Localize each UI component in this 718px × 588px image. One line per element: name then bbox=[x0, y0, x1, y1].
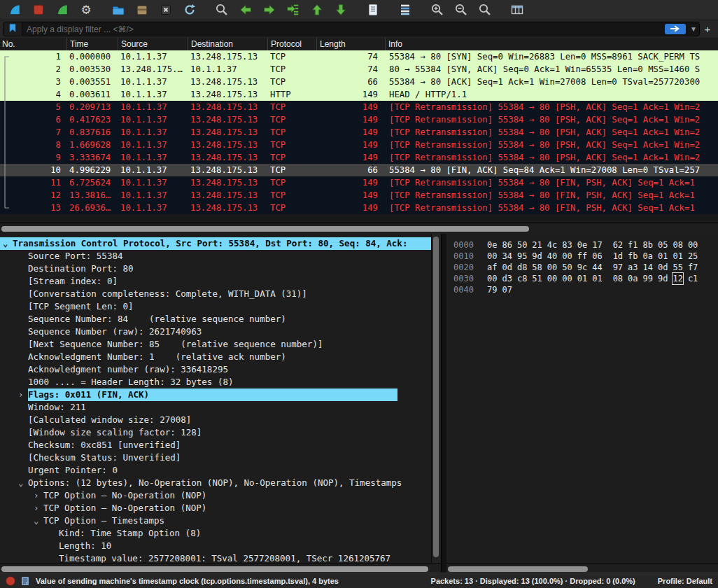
packet-row[interactable]: 81.66962810.1.1.3713.248.175.13TCP149[TC… bbox=[0, 139, 718, 151]
hex-byte[interactable]: 86 bbox=[502, 239, 512, 251]
hex-byte[interactable]: 01 bbox=[658, 251, 668, 262]
close-file-button[interactable] bbox=[154, 1, 178, 19]
packet-row[interactable]: 116.72562410.1.1.3713.248.175.13TCP149[T… bbox=[0, 176, 718, 189]
hex-byte[interactable]: 9d bbox=[658, 273, 668, 284]
hex-byte[interactable]: ff bbox=[577, 251, 587, 262]
resize-columns-button[interactable] bbox=[505, 1, 529, 19]
go-first-packet-button[interactable] bbox=[305, 1, 329, 19]
hex-byte[interactable]: 62 bbox=[613, 239, 623, 251]
hex-byte[interactable]: d8 bbox=[517, 262, 527, 273]
hex-byte[interactable]: fb bbox=[628, 251, 638, 262]
hex-byte[interactable]: 40 bbox=[547, 251, 557, 262]
hex-byte[interactable]: 14 bbox=[643, 262, 653, 273]
detail-line[interactable]: Source Port: 55384 bbox=[0, 250, 432, 262]
capture-file-properties-icon[interactable] bbox=[21, 576, 30, 586]
hex-row[interactable]: 00407907 bbox=[453, 284, 718, 295]
hex-byte[interactable]: 95 bbox=[517, 251, 527, 262]
restart-capture-button[interactable] bbox=[50, 1, 74, 19]
expander-open-icon[interactable]: ⌄ bbox=[18, 477, 28, 489]
detail-line[interactable]: [Window size scaling factor: 128] bbox=[0, 426, 432, 439]
column-header-protocol[interactable]: Protocol bbox=[267, 38, 316, 50]
column-header-time[interactable]: Time bbox=[66, 38, 118, 50]
add-filter-button[interactable]: + bbox=[700, 22, 715, 37]
packet-row[interactable]: 10.00000010.1.1.3713.248.175.13TCP745538… bbox=[0, 50, 718, 63]
detail-line[interactable]: ⌄Options: (12 bytes), No-Operation (NOP)… bbox=[0, 477, 432, 489]
hex-byte[interactable]: 21 bbox=[532, 239, 542, 251]
detail-line[interactable]: ⌄Transmission Control Protocol, Src Port… bbox=[0, 237, 432, 250]
zoom-out-button[interactable] bbox=[449, 1, 473, 19]
hex-byte[interactable]: 9c bbox=[577, 262, 587, 273]
go-back-button[interactable] bbox=[234, 1, 258, 19]
expert-info-icon[interactable] bbox=[6, 576, 15, 586]
hex-byte[interactable]: 0a bbox=[643, 251, 653, 262]
hex-byte[interactable]: d3 bbox=[502, 273, 512, 284]
hex-byte[interactable]: 06 bbox=[592, 251, 602, 262]
hex-byte[interactable]: 17 bbox=[592, 239, 602, 251]
hex-byte[interactable]: 4c bbox=[547, 239, 557, 251]
profile-text[interactable]: Profile: Default bbox=[658, 577, 712, 585]
hex-byte[interactable]: 79 bbox=[487, 284, 497, 295]
hex-byte[interactable]: 00 bbox=[562, 251, 572, 262]
packet-row[interactable]: 70.83761610.1.1.3713.248.175.13TCP149[TC… bbox=[0, 126, 718, 139]
hex-byte[interactable]: 01 bbox=[592, 273, 602, 284]
hex-byte[interactable]: 0d bbox=[658, 262, 668, 273]
hex-byte[interactable]: c8 bbox=[517, 273, 527, 284]
hex-byte[interactable]: 25 bbox=[688, 251, 698, 262]
hex-byte[interactable]: 8b bbox=[643, 239, 653, 251]
detail-line[interactable]: Length: 10 bbox=[0, 540, 432, 552]
hex-byte[interactable]: 00 bbox=[487, 273, 497, 284]
hex-byte[interactable]: 00 bbox=[688, 239, 698, 251]
hex-byte[interactable]: 50 bbox=[517, 239, 527, 251]
hex-byte[interactable]: 01 bbox=[673, 251, 682, 262]
apply-filter-button[interactable] bbox=[665, 24, 686, 34]
auto-scroll-button[interactable] bbox=[361, 1, 385, 19]
hex-byte[interactable]: 0d bbox=[502, 262, 512, 273]
hex-byte[interactable]: 97 bbox=[613, 262, 623, 273]
save-file-button[interactable] bbox=[130, 1, 154, 19]
hex-byte[interactable]: f7 bbox=[688, 262, 698, 273]
column-header-destination[interactable]: Destination bbox=[188, 38, 267, 50]
detail-line[interactable]: [TCP Segment Len: 0] bbox=[0, 300, 432, 313]
hex-byte[interactable]: 44 bbox=[592, 262, 602, 273]
display-filter-input[interactable] bbox=[22, 24, 665, 34]
detail-line[interactable]: Urgent Pointer: 0 bbox=[0, 464, 432, 477]
hex-row[interactable]: 00100034959d4000ff061dfb0a010125 bbox=[453, 251, 718, 262]
detail-line[interactable]: Window: 211 bbox=[0, 401, 432, 414]
hex-byte[interactable]: 07 bbox=[502, 284, 512, 295]
detail-line[interactable]: [Next Sequence Number: 85 (relative sequ… bbox=[0, 338, 432, 351]
hex-row[interactable]: 0020af0dd85800509c4497a3140d55f7 bbox=[453, 262, 718, 273]
filter-dropdown-chevron[interactable]: ▼ bbox=[688, 25, 699, 33]
hex-byte[interactable]: 0e bbox=[577, 239, 587, 251]
column-header-no[interactable]: No. bbox=[0, 38, 66, 50]
h-scrollbar-thumb[interactable] bbox=[448, 566, 588, 572]
hex-byte[interactable]: 50 bbox=[562, 262, 572, 273]
packet-row[interactable]: 40.00361110.1.1.3713.248.175.13HTTP149HE… bbox=[0, 88, 718, 101]
expander-open-icon[interactable]: ⌄ bbox=[34, 514, 43, 527]
expander-closed-icon[interactable]: › bbox=[34, 489, 43, 502]
detail-line[interactable]: [Conversation completeness: Complete, WI… bbox=[0, 288, 432, 300]
hex-byte[interactable]: 08 bbox=[613, 273, 623, 284]
packet-row[interactable]: 93.33367410.1.1.3713.248.175.13TCP149[TC… bbox=[0, 151, 718, 164]
hex-byte[interactable]: c1 bbox=[688, 273, 698, 284]
detail-line[interactable]: Kind: Time Stamp Option (8) bbox=[0, 527, 432, 540]
column-header-info[interactable]: Info bbox=[385, 38, 718, 50]
expander-closed-icon[interactable]: › bbox=[34, 502, 43, 514]
hex-byte[interactable]: 00 bbox=[487, 251, 497, 262]
hex-hscrollbar[interactable] bbox=[446, 563, 718, 573]
h-scrollbar-thumb[interactable] bbox=[1, 226, 529, 232]
hex-byte[interactable]: 00 bbox=[562, 273, 572, 284]
packet-row[interactable]: 30.00355110.1.1.3713.248.175.13TCP665538… bbox=[0, 76, 718, 88]
open-file-button[interactable] bbox=[106, 1, 130, 19]
reload-file-button[interactable] bbox=[178, 1, 202, 19]
hex-byte[interactable]: 83 bbox=[562, 239, 572, 251]
capture-options-button[interactable]: ⚙ bbox=[74, 1, 98, 19]
expander-closed-icon[interactable]: › bbox=[18, 388, 28, 401]
hex-byte[interactable]: 08 bbox=[673, 239, 682, 251]
hex-byte[interactable]: 00 bbox=[547, 273, 557, 284]
hex-byte[interactable]: 99 bbox=[643, 273, 653, 284]
packet-row[interactable]: 104.99622910.1.1.3713.248.175.13TCP66553… bbox=[0, 164, 718, 176]
zoom-original-button[interactable] bbox=[473, 1, 497, 19]
hex-byte[interactable]: 0e bbox=[487, 239, 497, 251]
hex-byte[interactable]: f1 bbox=[628, 239, 638, 251]
column-header-source[interactable]: Source bbox=[118, 38, 188, 50]
